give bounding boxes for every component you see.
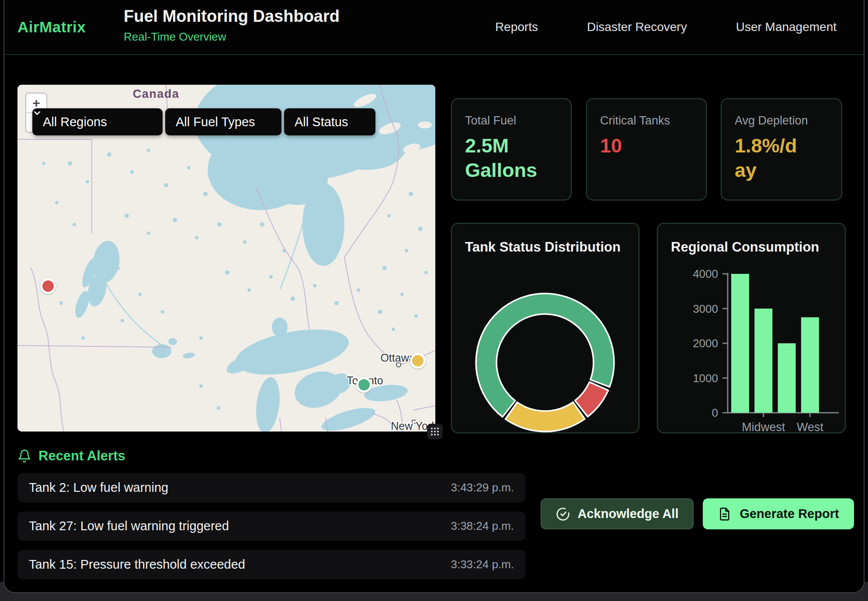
title-block: Fuel Monitoring Dashboard Real-Time Over… — [124, 7, 340, 44]
bar-chart-title: Regional Consumption — [671, 239, 819, 255]
alert-time: 3:33:24 p.m. — [451, 558, 514, 571]
stat-card-avg-depletion: Avg Depletion 1.8%/day — [721, 98, 842, 200]
tank-marker-normal[interactable] — [356, 377, 372, 393]
page-subtitle: Real-Time Overview — [124, 30, 340, 44]
alert-message: Tank 27: Low fuel warning triggered — [29, 519, 229, 533]
tank-marker-critical[interactable] — [40, 278, 56, 294]
stat-label: Total Fuel — [465, 114, 558, 128]
acknowledge-all-label: Acknowledge All — [578, 507, 679, 521]
stat-value: 1.8%/day — [735, 134, 805, 183]
status-filter-dropdown[interactable]: All Status — [284, 108, 375, 135]
alert-message: Tank 2: Low fuel warning — [29, 480, 168, 495]
svg-text:3000: 3000 — [693, 302, 718, 315]
alert-row[interactable]: Tank 2: Low fuel warning 3:43:29 p.m. — [17, 473, 525, 502]
status-filter-value: All Status — [295, 115, 348, 129]
donut-segment-warning — [505, 402, 585, 432]
main-nav: Reports Disaster Recovery User Managemen… — [495, 0, 837, 54]
header: AirMatrix Fuel Monitoring Dashboard Real… — [4, 0, 864, 55]
map-canvas: Canada Ottawa Toronto New York — [17, 85, 435, 432]
tank-status-card: Tank Status Distribution — [451, 223, 639, 433]
bar-0 — [731, 274, 749, 413]
map-filterbar: All Regions All Fuel Types All Status — [32, 108, 375, 135]
generate-report-label: Generate Report — [740, 507, 839, 521]
fuel-type-filter-dropdown[interactable]: All Fuel Types — [165, 108, 281, 135]
bar-3 — [801, 317, 819, 413]
regional-consumption-bar-chart: 01000200030004000MidwestWest — [658, 224, 847, 434]
fuel-type-filter-value: All Fuel Types — [176, 115, 255, 129]
alert-time: 3:38:24 p.m. — [451, 519, 514, 533]
alerts-header: Recent Alerts — [17, 446, 125, 466]
stat-card-total-fuel: Total Fuel 2.5M Gallons — [451, 98, 572, 200]
alert-message: Tank 15: Pressure threshold exceeded — [29, 557, 245, 572]
file-text-icon — [718, 507, 732, 521]
stat-value: 2.5M Gallons — [465, 134, 558, 183]
bar-1 — [754, 309, 772, 413]
app-logo: AirMatrix — [17, 0, 86, 54]
stat-label: Critical Tanks — [600, 114, 693, 128]
fuel-map[interactable]: Canada Ottawa Toronto New York + − All R… — [17, 85, 435, 432]
svg-text:West: West — [797, 421, 824, 434]
tank-marker-warning[interactable] — [410, 353, 426, 369]
nav-item-disaster-recovery[interactable]: Disaster Recovery — [587, 20, 687, 34]
svg-text:1000: 1000 — [693, 372, 718, 385]
page-title: Fuel Monitoring Dashboard — [124, 7, 340, 26]
acknowledge-all-button[interactable]: Acknowledge All — [541, 498, 694, 529]
bell-icon — [17, 449, 31, 463]
map-resize-handle[interactable] — [427, 424, 443, 439]
regional-consumption-card: Regional Consumption 01000200030004000Mi… — [657, 223, 846, 433]
stat-value: 10 — [600, 134, 693, 158]
bar-2 — [778, 343, 796, 413]
alerts-title: Recent Alerts — [38, 448, 125, 464]
nav-item-user-management[interactable]: User Management — [736, 20, 837, 34]
svg-text:2000: 2000 — [693, 337, 718, 350]
alert-row[interactable]: Tank 15: Pressure threshold exceeded 3:3… — [17, 550, 525, 579]
donut-chart-title: Tank Status Distribution — [465, 239, 621, 255]
dashboard-app: AirMatrix Fuel Monitoring Dashboard Real… — [3, 0, 865, 593]
map-label-country: Canada — [133, 87, 180, 100]
region-filter-dropdown[interactable]: All Regions — [32, 108, 163, 135]
stat-label: Avg Depletion — [735, 114, 828, 128]
nav-item-reports[interactable]: Reports — [495, 20, 538, 34]
stat-card-critical-tanks: Critical Tanks 10 — [586, 98, 707, 200]
alert-row[interactable]: Tank 27: Low fuel warning triggered 3:38… — [17, 511, 525, 541]
svg-text:4000: 4000 — [693, 267, 718, 280]
alert-time: 3:43:29 p.m. — [451, 481, 514, 494]
tank-status-donut-chart — [452, 224, 640, 434]
svg-text:Midwest: Midwest — [742, 421, 785, 434]
generate-report-button[interactable]: Generate Report — [703, 498, 854, 529]
check-circle-icon — [556, 507, 570, 521]
region-filter-value: All Regions — [43, 115, 107, 129]
svg-text:0: 0 — [712, 406, 718, 419]
